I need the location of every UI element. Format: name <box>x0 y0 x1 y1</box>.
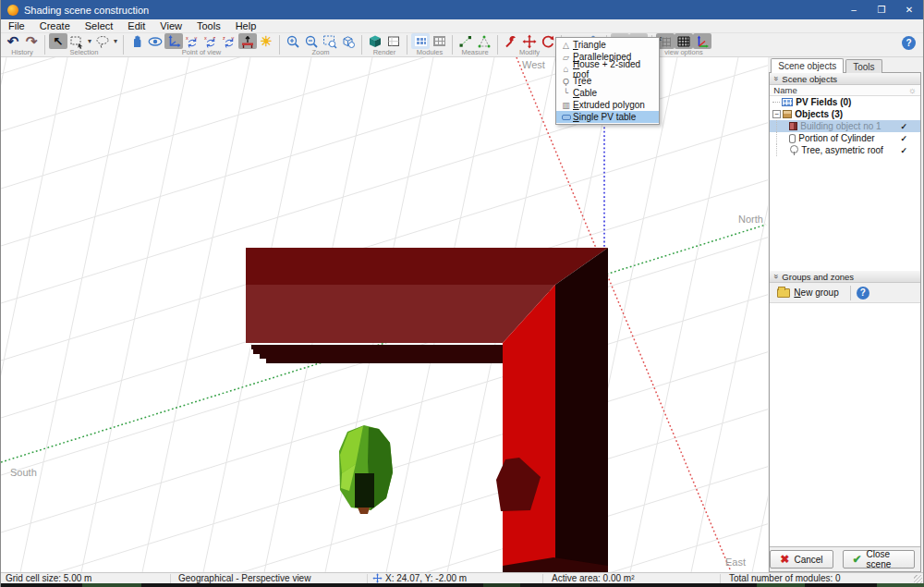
toolbar-group-point-of-view: xyxzzy☀Point of view <box>125 33 278 56</box>
toolbar-separator <box>452 35 453 55</box>
render-solid-icon[interactable] <box>366 33 384 49</box>
building-eave-shadow[interactable] <box>251 345 503 363</box>
modify-wrench-icon[interactable] <box>502 33 520 49</box>
menu-item-cable[interactable]: ╰Cable <box>556 87 659 99</box>
menu-item-extruded-polygon[interactable]: ▥Extruded polygon <box>556 99 659 111</box>
zoom-window-icon[interactable] <box>321 33 339 49</box>
toolbar-separator <box>123 35 124 55</box>
tab-tools[interactable]: Tools <box>845 59 881 73</box>
toolbar-group-selection: ↖▾▾Selection <box>46 33 122 56</box>
compass-label-south: South <box>10 467 37 478</box>
axes-rgb-icon[interactable] <box>693 33 711 49</box>
sun-icon[interactable]: ☀ <box>257 33 275 49</box>
building-roof-back[interactable] <box>246 248 608 285</box>
expand-collapse-box[interactable]: − <box>772 110 781 118</box>
dropdown-arrow-icon[interactable]: ▾ <box>112 33 119 49</box>
select-arrow-icon[interactable]: ↖ <box>49 33 67 49</box>
menu-item-house[interactable]: ⌂House + 2-sided roof <box>556 63 659 75</box>
menu-item-triangle[interactable]: △Triangle <box>556 39 659 51</box>
menu-select[interactable]: Select <box>78 19 121 33</box>
groups-zones-header[interactable]: » Groups and zones <box>770 271 920 283</box>
panel-tabs: Scene objectsTools <box>767 57 923 73</box>
tree-item-label: Objects (3) <box>795 109 843 119</box>
undo-icon[interactable]: ↶ <box>4 33 22 49</box>
menu-create[interactable]: Create <box>32 19 78 33</box>
toolbar-group-label: Render <box>366 49 403 56</box>
swap-zy-icon[interactable]: zy <box>220 33 238 49</box>
close-scene-button[interactable]: ✔ Close scene <box>843 550 915 569</box>
groups-help-icon[interactable]: ? <box>857 287 869 300</box>
building-roof-front[interactable] <box>246 285 555 343</box>
tree-trunk[interactable] <box>355 473 374 508</box>
svg-text:x: x <box>204 35 207 41</box>
tree-item[interactable]: Portion of Cylinder✓ <box>770 132 920 144</box>
groups-list-area <box>770 303 920 546</box>
toolbar-group-view-options: zview options <box>653 33 714 56</box>
move-object-icon[interactable] <box>520 33 539 49</box>
resize-grip[interactable] <box>914 575 922 583</box>
axes-view-icon[interactable] <box>164 33 183 49</box>
rotate-object-icon[interactable] <box>539 33 557 49</box>
toolbar: ↶↷History↖▾▾Selectionxyxzzy☀Point of vie… <box>1 33 923 57</box>
scene-3d-view[interactable] <box>1 57 768 572</box>
svg-text:x: x <box>186 35 188 41</box>
close-button[interactable]: ✕ <box>895 0 923 19</box>
menu-item-label: Extruded polygon <box>573 100 645 110</box>
close-check-icon: ✔ <box>853 553 862 566</box>
new-group-button[interactable]: New group <box>774 286 844 300</box>
visible-checkmark-icon[interactable]: ✓ <box>900 146 907 155</box>
pan-hand-icon[interactable] <box>128 33 146 49</box>
tree-item-label: Tree, asymetric roof <box>801 145 883 155</box>
minimize-button[interactable]: – <box>840 0 868 19</box>
lasso-select-icon[interactable] <box>93 33 112 49</box>
tree-item[interactable]: Tree, asymetric roof✓ <box>770 144 920 156</box>
toolbar-group-label: Measure <box>456 49 493 56</box>
cancel-label: Cancel <box>794 555 822 565</box>
groups-toolbar: New group ? <box>770 283 920 303</box>
tree-item[interactable]: −Objects (3) <box>770 108 920 120</box>
help-icon[interactable]: ? <box>902 36 916 50</box>
menu-view[interactable]: View <box>152 19 189 33</box>
menu-file[interactable]: File <box>1 19 32 33</box>
tree-connector <box>772 102 780 103</box>
redo-icon[interactable]: ↷ <box>22 33 41 49</box>
modules-on-icon[interactable] <box>411 33 430 49</box>
grid-black-icon[interactable] <box>675 33 693 49</box>
folder-icon <box>777 288 790 298</box>
modules-off-icon[interactable] <box>430 33 448 49</box>
scene-objects-header[interactable]: » Scene objects <box>770 73 920 85</box>
marquee-select-icon[interactable] <box>67 33 86 49</box>
camera-eye-icon[interactable] <box>146 33 164 49</box>
toolbar-group-label: Modules <box>411 49 448 56</box>
measure-angle-icon[interactable] <box>475 33 493 49</box>
menu-edit[interactable]: Edit <box>120 19 152 33</box>
building-wall-east-dark[interactable] <box>555 248 608 572</box>
swap-xy-icon[interactable]: xy <box>183 33 201 49</box>
menu-item-pv-table[interactable]: Single PV table <box>556 111 659 123</box>
top-view-icon[interactable] <box>238 33 257 49</box>
maximize-button[interactable]: ❐ <box>868 0 895 19</box>
toolbar-group-measure: Measure <box>454 33 496 56</box>
zoom-out-icon[interactable] <box>302 33 321 49</box>
render-wireframe-icon[interactable] <box>384 33 403 49</box>
menu-tools[interactable]: Tools <box>189 19 228 33</box>
visible-checkmark-icon[interactable]: ✓ <box>900 122 907 131</box>
scene-canvas[interactable]: WestNorthSouthEast <box>1 57 766 572</box>
tree-item-label: Portion of Cylinder <box>798 133 874 143</box>
zoom-in-icon[interactable] <box>284 33 302 49</box>
measure-distance-icon[interactable] <box>456 33 475 49</box>
cancel-button[interactable]: ✖ Cancel <box>770 550 833 569</box>
tree-item[interactable]: PV Fields (0) <box>770 96 920 108</box>
tab-scene-objects[interactable]: Scene objects <box>771 58 844 73</box>
tree-item-label: PV Fields (0) <box>796 97 851 107</box>
collapse-chevron-icon: » <box>772 274 781 278</box>
dropdown-arrow-icon[interactable]: ▾ <box>86 33 93 49</box>
visible-checkmark-icon[interactable]: ✓ <box>900 134 907 143</box>
toolbar-group-label: view options <box>656 49 711 56</box>
zoom-extents-icon[interactable] <box>339 33 358 49</box>
swap-xz-icon[interactable]: xz <box>201 33 220 49</box>
tree-item[interactable]: Building object no 1✓ <box>770 120 920 132</box>
pv-folder-icon <box>782 98 793 106</box>
tree-icon: Ϙ <box>559 77 573 86</box>
menu-help[interactable]: Help <box>228 19 264 33</box>
